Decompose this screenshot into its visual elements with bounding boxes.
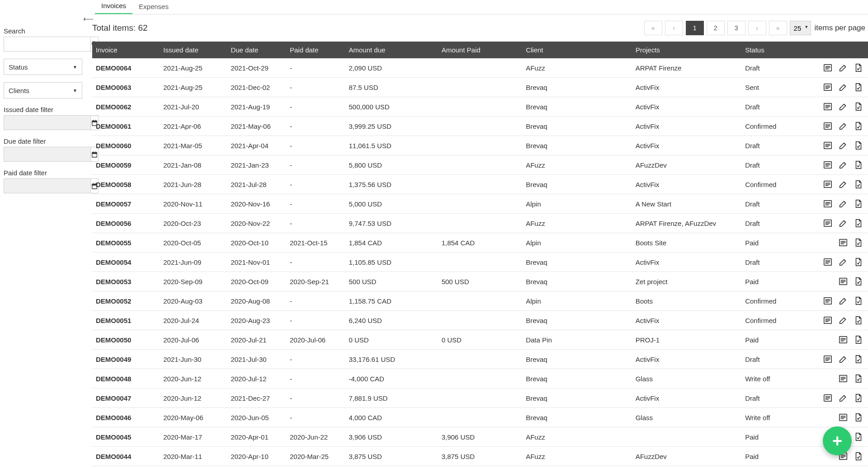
pdf-invoice-icon[interactable] — [853, 353, 864, 365]
pdf-invoice-icon[interactable] — [853, 178, 864, 190]
view-invoice-icon[interactable] — [837, 334, 849, 346]
pdf-invoice-icon[interactable] — [853, 431, 864, 443]
page-next[interactable]: › — [748, 21, 766, 35]
edit-invoice-icon[interactable] — [837, 256, 849, 268]
edit-invoice-icon[interactable] — [837, 392, 849, 404]
col-client[interactable]: Client — [522, 42, 632, 58]
col-issued[interactable]: Issued date — [160, 42, 227, 58]
page-first[interactable]: « — [644, 21, 662, 35]
pdf-invoice-icon[interactable] — [853, 159, 864, 171]
pdf-invoice-icon[interactable] — [853, 334, 864, 346]
cell-status: Write off — [741, 408, 801, 427]
edit-invoice-icon[interactable] — [837, 295, 849, 307]
col-invoice[interactable]: Invoice — [92, 42, 160, 58]
status-dropdown[interactable]: Status ▼ — [4, 59, 82, 75]
edit-invoice-icon[interactable] — [837, 62, 849, 74]
col-projects[interactable]: Projects — [632, 42, 741, 58]
pdf-invoice-icon[interactable] — [853, 450, 864, 462]
cell-paid: - — [286, 58, 345, 78]
cell-client: Brevaq — [522, 350, 632, 369]
col-due[interactable]: Due date — [227, 42, 286, 58]
cell-client: Brevaq — [522, 117, 632, 136]
col-status[interactable]: Status — [741, 42, 801, 58]
view-invoice-icon[interactable] — [822, 101, 834, 112]
paid-date-input[interactable] — [4, 178, 90, 193]
cell-amount-paid: 3,875 USD — [438, 447, 523, 466]
view-invoice-icon[interactable] — [822, 140, 834, 151]
view-invoice-icon[interactable] — [837, 276, 849, 287]
view-invoice-icon[interactable] — [822, 81, 834, 93]
view-invoice-icon[interactable] — [822, 120, 834, 132]
pdf-invoice-icon[interactable] — [853, 198, 864, 210]
page-3[interactable]: 3 — [727, 21, 745, 35]
page-1[interactable]: 1 — [686, 21, 704, 35]
cell-paid: - — [286, 117, 345, 136]
edit-invoice-icon[interactable] — [837, 159, 849, 171]
pdf-invoice-icon[interactable] — [853, 237, 864, 248]
cell-amount-paid — [438, 194, 523, 214]
view-invoice-icon[interactable] — [837, 373, 849, 384]
view-invoice-icon[interactable] — [822, 62, 834, 74]
edit-invoice-icon[interactable] — [837, 140, 849, 151]
clients-dropdown[interactable]: Clients ▼ — [4, 82, 82, 98]
cell-invoice: DEMO0051 — [92, 311, 160, 330]
col-paid[interactable]: Paid date — [286, 42, 345, 58]
pdf-invoice-icon[interactable] — [853, 412, 864, 423]
cell-issued: 2021-Jun-30 — [160, 350, 227, 369]
pdf-invoice-icon[interactable] — [853, 101, 864, 112]
pdf-invoice-icon[interactable] — [853, 256, 864, 268]
cell-amount-due: 4,000 CAD — [345, 408, 438, 427]
edit-invoice-icon[interactable] — [837, 353, 849, 365]
due-date-input[interactable] — [4, 147, 90, 162]
view-invoice-icon[interactable] — [822, 392, 834, 404]
edit-invoice-icon[interactable] — [837, 198, 849, 210]
col-amount-due[interactable]: Amount due — [345, 42, 438, 58]
view-invoice-icon[interactable] — [822, 217, 834, 229]
back-arrow-icon[interactable]: ⟵ — [83, 14, 94, 23]
cell-paid: - — [286, 214, 345, 233]
view-invoice-icon[interactable] — [822, 198, 834, 210]
pdf-invoice-icon[interactable] — [853, 81, 864, 93]
view-invoice-icon[interactable] — [822, 314, 834, 326]
pdf-invoice-icon[interactable] — [853, 62, 864, 74]
edit-invoice-icon[interactable] — [837, 178, 849, 190]
pdf-invoice-icon[interactable] — [853, 392, 864, 404]
cell-client: Alpin — [522, 291, 632, 311]
items-per-page-select[interactable]: 25 — [790, 21, 811, 35]
view-invoice-icon[interactable] — [822, 295, 834, 307]
page-2[interactable]: 2 — [707, 21, 725, 35]
cell-due: 2020-Nov-16 — [227, 194, 286, 214]
cell-amount-due: 87.5 USD — [345, 78, 438, 97]
edit-invoice-icon[interactable] — [837, 217, 849, 229]
view-invoice-icon[interactable] — [837, 237, 849, 248]
edit-invoice-icon[interactable] — [837, 81, 849, 93]
add-invoice-button[interactable]: + — [823, 426, 852, 455]
pdf-invoice-icon[interactable] — [853, 373, 864, 384]
edit-invoice-icon[interactable] — [837, 101, 849, 112]
col-amount-paid[interactable]: Amount Paid — [438, 42, 523, 58]
view-invoice-icon[interactable] — [822, 353, 834, 365]
pdf-invoice-icon[interactable] — [853, 120, 864, 132]
tab-expenses[interactable]: Expenses — [132, 0, 175, 14]
tab-invoices[interactable]: Invoices — [95, 0, 132, 14]
page-prev[interactable]: ‹ — [665, 21, 683, 35]
pdf-invoice-icon[interactable] — [853, 217, 864, 229]
cell-projects: ActivFix — [632, 350, 741, 369]
view-invoice-icon[interactable] — [822, 256, 834, 268]
search-input[interactable] — [4, 37, 90, 51]
table-row: DEMO00462020-May-062020-Jun-05-4,000 CAD… — [92, 408, 868, 427]
pdf-invoice-icon[interactable] — [853, 276, 864, 287]
pdf-invoice-icon[interactable] — [853, 295, 864, 307]
page-last[interactable]: » — [769, 21, 787, 35]
pdf-invoice-icon[interactable] — [853, 140, 864, 151]
edit-invoice-icon[interactable] — [837, 120, 849, 132]
view-invoice-icon[interactable] — [822, 178, 834, 190]
edit-invoice-icon[interactable] — [837, 314, 849, 326]
pdf-invoice-icon[interactable] — [853, 314, 864, 326]
cell-invoice: DEMO0050 — [92, 330, 160, 350]
cell-client: Brevaq — [522, 408, 632, 427]
view-invoice-icon[interactable] — [822, 159, 834, 171]
cell-issued: 2020-Nov-11 — [160, 194, 227, 214]
issued-date-input[interactable] — [4, 115, 90, 130]
view-invoice-icon[interactable] — [837, 412, 849, 423]
